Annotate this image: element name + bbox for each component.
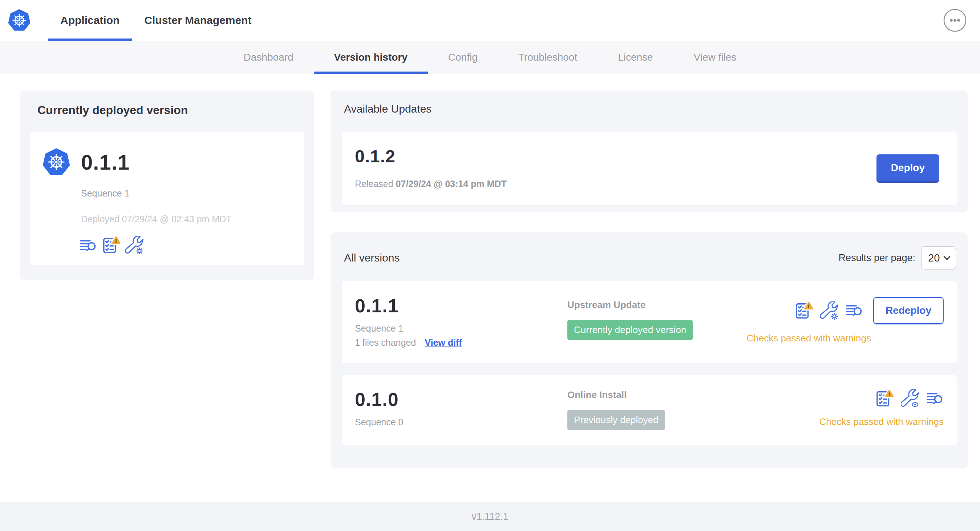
version-sequence: Sequence 0: [355, 417, 567, 428]
version-info: 0.1.0 Sequence 0: [355, 389, 567, 428]
tab-config-label: Config: [448, 52, 478, 63]
released-prefix: Released: [355, 179, 393, 189]
version-info: 0.1.1 Sequence 1 1 files changed View di…: [355, 295, 567, 348]
top-bar: Application Cluster Management: [0, 0, 980, 41]
console-version: v1.112.1: [471, 511, 509, 522]
all-versions-panel: All versions Results per page: 20 0.1.1 …: [331, 232, 968, 468]
currently-deployed-card: 0.1.1 Sequence 1 Deployed 07/29/24 @ 02:…: [30, 132, 304, 265]
config-wrench-gear-icon[interactable]: [125, 236, 143, 254]
version-row: 0.1.1 Sequence 1 1 files changed View di…: [342, 281, 957, 363]
diff-icon[interactable]: [926, 390, 944, 407]
diff-icon[interactable]: [80, 237, 97, 254]
version-sequence: Sequence 1: [355, 323, 567, 334]
results-per-page-value: 20: [928, 252, 940, 264]
deployed-timestamp: Deployed 07/29/24 @ 02:43 pm MDT: [81, 214, 292, 224]
currently-deployed-title: Currently deployed version: [37, 103, 303, 117]
tab-troubleshoot[interactable]: Troubleshoot: [498, 41, 598, 74]
preflight-status-text[interactable]: Checks passed with warnings: [819, 416, 944, 428]
config-wrench-eye-icon[interactable]: [901, 390, 919, 407]
results-per-page: Results per page: 20: [838, 246, 956, 270]
tab-license-label: License: [618, 52, 653, 63]
tab-dashboard-label: Dashboard: [244, 52, 293, 63]
available-updates-panel: Available Updates 0.1.2 Released 07/29/2…: [331, 91, 968, 213]
overflow-menu-button[interactable]: [943, 8, 967, 32]
main-content: Currently deployed version 0.1.1 Sequenc…: [0, 74, 980, 502]
version-actions: Redeploy Checks passed with warnings: [747, 295, 944, 344]
tab-troubleshoot-label: Troubleshoot: [518, 52, 577, 63]
tab-cluster-management-label: Cluster Management: [144, 14, 251, 27]
preflight-checks-warning-icon[interactable]: [875, 390, 894, 407]
view-diff-link[interactable]: View diff: [425, 337, 462, 348]
files-changed-label: 1 files changed: [355, 337, 416, 348]
source-label: Upstream Update: [567, 299, 747, 310]
version-number: 0.1.1: [355, 295, 567, 317]
version-row: 0.1.0 Sequence 0 Online Install Previous…: [342, 375, 957, 445]
released-date: 07/29/24 @ 03:14 pm MDT: [396, 179, 507, 189]
update-released-timestamp: Released 07/29/24 @ 03:14 pm MDT: [355, 179, 507, 189]
redeploy-button[interactable]: Redeploy: [873, 297, 944, 324]
results-per-page-select[interactable]: 20: [921, 246, 956, 270]
deploy-button[interactable]: Deploy: [877, 154, 939, 181]
version-actions: Checks passed with warnings: [819, 389, 944, 428]
footer: v1.112.1: [0, 502, 980, 531]
config-wrench-gear-icon[interactable]: [820, 302, 838, 320]
tab-application-label: Application: [60, 14, 119, 27]
available-update-info: 0.1.2 Released 07/29/24 @ 03:14 pm MDT: [355, 146, 507, 189]
tab-version-history[interactable]: Version history: [314, 41, 428, 74]
status-badge: Currently deployed version: [567, 320, 693, 340]
kubernetes-logo-icon: [8, 9, 30, 32]
tab-view-files[interactable]: View files: [673, 41, 757, 74]
deployed-version-number: 0.1.1: [81, 150, 130, 174]
chevron-down-icon: [943, 256, 951, 261]
deployed-sequence: Sequence 1: [81, 188, 292, 199]
all-versions-title: All versions: [344, 252, 399, 264]
deployed-version-actions: [80, 236, 292, 254]
tab-config[interactable]: Config: [428, 41, 498, 74]
version-source: Upstream Update Currently deployed versi…: [567, 295, 747, 340]
tab-dashboard[interactable]: Dashboard: [223, 41, 314, 74]
update-version-number: 0.1.2: [355, 146, 507, 166]
results-per-page-label: Results per page:: [838, 253, 915, 264]
available-update-card: 0.1.2 Released 07/29/24 @ 03:14 pm MDT D…: [342, 132, 957, 205]
preflight-checks-warning-icon[interactable]: [102, 236, 120, 254]
currently-deployed-panel: Currently deployed version 0.1.1 Sequenc…: [20, 91, 314, 280]
preflight-status-text[interactable]: Checks passed with warnings: [747, 333, 872, 344]
version-source: Online Install Previously deployed: [567, 389, 819, 430]
tab-view-files-label: View files: [694, 52, 737, 63]
tab-license[interactable]: License: [598, 41, 673, 74]
status-badge: Previously deployed: [567, 410, 665, 430]
tab-application[interactable]: Application: [48, 0, 132, 41]
source-label: Online Install: [567, 390, 819, 401]
available-updates-title: Available Updates: [344, 103, 957, 115]
app-nav: Dashboard Version history Config Trouble…: [0, 41, 980, 74]
tab-version-history-label: Version history: [334, 52, 407, 63]
app-logo: [8, 0, 30, 41]
ellipsis-icon: [943, 8, 967, 32]
version-number: 0.1.0: [355, 389, 567, 410]
kubernetes-logo-icon: [43, 148, 70, 176]
preflight-checks-warning-icon[interactable]: [795, 302, 813, 320]
diff-icon[interactable]: [846, 302, 863, 319]
tab-cluster-management[interactable]: Cluster Management: [132, 0, 264, 41]
primary-tabs: Application Cluster Management: [48, 0, 264, 41]
right-column: Available Updates 0.1.2 Released 07/29/2…: [331, 91, 968, 468]
